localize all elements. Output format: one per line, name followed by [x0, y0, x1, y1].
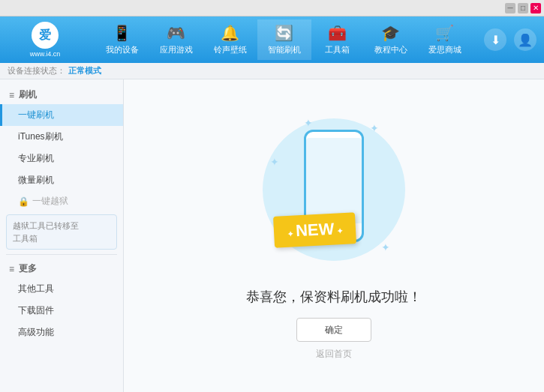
close-button[interactable]: ✕: [530, 3, 541, 13]
sparkle-1: ✦: [304, 117, 313, 129]
logo-icon: 爱: [32, 22, 59, 49]
nav-item-shop[interactable]: 🛒 爱思商城: [418, 19, 472, 60]
nav-label-apps-games: 应用游戏: [160, 44, 193, 55]
nav-items: 📱 我的设备 🎮 应用游戏 🔔 铃声壁纸 🔄 智能刷机 🧰 工具箱 🎓 教程中心…: [83, 19, 484, 60]
sidebar-label-pro-flash: 专业刷机: [18, 153, 54, 163]
sidebar-label-one-click-flash: 一键刷机: [18, 109, 54, 120]
phone-illustration: ✦ ✦ ✦ ✦ NEW: [259, 111, 409, 276]
nav-item-ringtones[interactable]: 🔔 铃声壁纸: [203, 19, 257, 60]
minimize-button[interactable]: ─: [505, 3, 515, 13]
lock-icon: 🔒: [18, 196, 29, 207]
sidebar-note-line1: 越狱工具已转移至: [13, 221, 79, 230]
sidebar-group1-title: 刷机: [19, 88, 37, 101]
sidebar-note: 越狱工具已转移至 工具箱: [6, 214, 117, 250]
new-ribbon: NEW: [273, 212, 356, 248]
sidebar-label-download-firmware: 下载固件: [18, 305, 54, 316]
sidebar: ≡ 刷机 一键刷机 iTunes刷机 专业刷机 微量刷机 🔒 一键越狱 越狱工具…: [0, 79, 124, 392]
nav-icon-smart-shop: 🔄: [275, 24, 293, 42]
phone-screen: [306, 138, 362, 223]
download-button[interactable]: ⬇: [484, 28, 506, 51]
nav-label-my-device: 我的设备: [106, 44, 139, 55]
sidebar-item-other-tools[interactable]: 其他工具: [0, 278, 123, 300]
user-button[interactable]: 👤: [514, 28, 536, 51]
status-value: 正常模式: [68, 65, 101, 76]
sidebar-label-advanced: 高级功能: [18, 327, 54, 337]
sparkle-2: ✦: [370, 122, 379, 134]
nav-icon-toolbox: 🧰: [328, 24, 347, 42]
main-area: ≡ 刷机 一键刷机 iTunes刷机 专业刷机 微量刷机 🔒 一键越狱 越狱工具…: [0, 79, 544, 392]
sidebar-group-more: ≡ 更多: [0, 259, 123, 278]
status-label: 设备连接状态：: [8, 65, 65, 76]
nav-label-smart-shop: 智能刷机: [268, 44, 301, 55]
flash-icon: ≡: [9, 90, 14, 100]
sidebar-label-micro-flash: 微量刷机: [18, 175, 54, 185]
nav-right: ⬇ 👤: [484, 28, 536, 51]
success-text: 恭喜您，保资料刷机成功啦！: [246, 288, 422, 306]
confirm-button[interactable]: 确定: [296, 318, 371, 342]
nav-label-toolbox: 工具箱: [325, 44, 350, 55]
nav-item-my-device[interactable]: 📱 我的设备: [95, 19, 149, 60]
sidebar-divider: [6, 254, 117, 255]
sidebar-item-advanced[interactable]: 高级功能: [0, 322, 123, 343]
sidebar-group2-title: 更多: [19, 262, 37, 275]
sidebar-item-one-click-flash[interactable]: 一键刷机: [0, 104, 123, 126]
sidebar-label-other-tools: 其他工具: [18, 283, 54, 294]
sidebar-note-line2: 工具箱: [13, 234, 38, 243]
nav-item-tutorials[interactable]: 🎓 教程中心: [364, 19, 418, 60]
sidebar-item-itunes-flash[interactable]: iTunes刷机: [0, 126, 123, 148]
sparkle-3: ✦: [270, 156, 279, 168]
nav-icon-shop: 🛒: [435, 24, 454, 42]
sidebar-item-download-firmware[interactable]: 下载固件: [0, 300, 123, 322]
nav-icon-my-device: 📱: [113, 24, 131, 42]
maximize-button[interactable]: □: [518, 3, 528, 13]
nav-icon-tutorials: 🎓: [381, 24, 400, 42]
nav-icon-apps-games: 🎮: [167, 24, 185, 42]
content-area: ✦ ✦ ✦ ✦ NEW 恭喜您，保资料刷机成功啦！ 确定 返回首页: [124, 79, 544, 392]
sidebar-label-itunes-flash: iTunes刷机: [18, 131, 63, 142]
sidebar-label-jailbreak: 一键越狱: [32, 195, 68, 208]
sidebar-item-jailbreak-disabled: 🔒 一键越狱: [0, 191, 123, 211]
nav-icon-ringtones: 🔔: [221, 24, 239, 42]
nav-label-tutorials: 教程中心: [374, 44, 407, 55]
title-bar: ─ □ ✕: [0, 0, 544, 16]
logo-area[interactable]: 爱 www.i4.cn: [8, 22, 83, 58]
top-navigation: 爱 www.i4.cn 📱 我的设备 🎮 应用游戏 🔔 铃声壁纸 🔄 智能刷机 …: [0, 16, 544, 63]
sidebar-item-pro-flash[interactable]: 专业刷机: [0, 148, 123, 169]
sidebar-group-flash: ≡ 刷机: [0, 85, 123, 104]
status-bar: 设备连接状态： 正常模式: [0, 63, 544, 79]
logo-url: www.i4.cn: [30, 50, 61, 58]
nav-item-toolbox[interactable]: 🧰 工具箱: [311, 19, 364, 60]
back-link[interactable]: 返回首页: [316, 348, 352, 361]
nav-label-shop: 爱思商城: [428, 44, 461, 55]
window-controls: ─ □ ✕: [505, 3, 541, 13]
more-icon: ≡: [9, 264, 14, 274]
nav-label-ringtones: 铃声壁纸: [214, 44, 247, 55]
nav-item-smart-shop[interactable]: 🔄 智能刷机: [257, 19, 311, 60]
sparkle-4: ✦: [381, 241, 390, 253]
sidebar-item-micro-flash[interactable]: 微量刷机: [0, 169, 123, 191]
nav-item-apps-games[interactable]: 🎮 应用游戏: [149, 19, 203, 60]
